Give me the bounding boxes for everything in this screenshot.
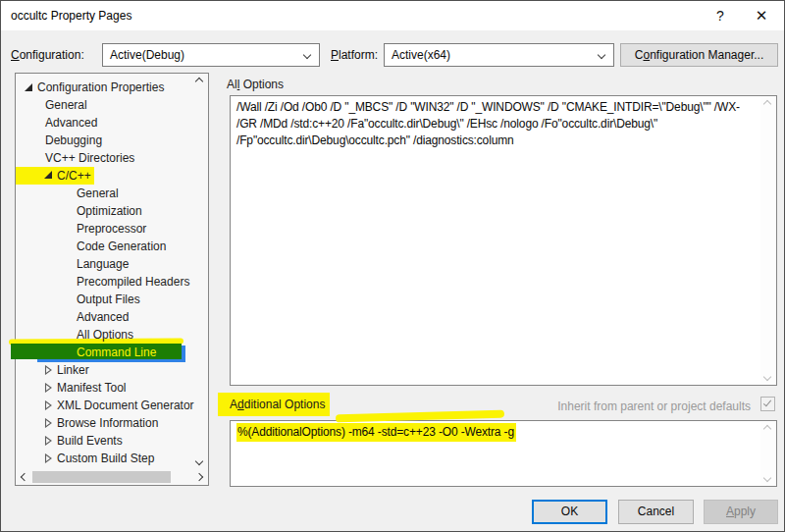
- tree-expander-collapsed-icon[interactable]: [43, 418, 53, 428]
- tree-item-label: Debugging: [45, 132, 102, 149]
- tree-item-label: C/C++: [57, 167, 91, 185]
- tree-item-label: Code Generation: [77, 238, 166, 255]
- configuration-manager-button[interactable]: Configuration Manager...: [620, 43, 778, 67]
- window-title: occultc Property Pages: [11, 9, 131, 23]
- chevron-down-icon: [303, 51, 311, 59]
- scroll-down-icon[interactable]: [763, 373, 771, 381]
- tree-item-code-generation[interactable]: Code Generation: [16, 238, 191, 255]
- inherit-defaults-checkbox[interactable]: [760, 397, 775, 411]
- all-options-textbox[interactable]: /Wall /Zi /Od /Ob0 /D "_MBCS" /D "WIN32"…: [230, 95, 777, 386]
- tree-item-label: Optimization: [77, 202, 142, 220]
- tree-item-label: General: [45, 96, 87, 114]
- scroll-right-icon[interactable]: [195, 473, 203, 481]
- tree-item-label: Precompiled Headers: [77, 273, 189, 291]
- tree-expander-collapsed-icon[interactable]: [43, 383, 53, 393]
- additional-options-value: %(AdditionalOptions) -m64 -std=c++23 -O0…: [236, 423, 516, 442]
- scroll-up-icon[interactable]: [763, 100, 771, 108]
- tree-item-label: Manifest Tool: [57, 379, 126, 397]
- scroll-left-icon[interactable]: [21, 473, 28, 481]
- tree-item-browse-information[interactable]: Browse Information: [16, 414, 191, 432]
- tree-item-general[interactable]: General: [16, 96, 191, 114]
- platform-dropdown[interactable]: Active(x64): [384, 43, 614, 67]
- additional-options-textbox[interactable]: %(AdditionalOptions) -m64 -std=c++23 -O0…: [230, 420, 777, 487]
- tree-item-preprocessor[interactable]: Preprocessor: [16, 220, 191, 238]
- tree-expander-expanded-icon[interactable]: [43, 171, 53, 180]
- tree-item-c-c[interactable]: C/C++: [16, 167, 191, 185]
- apply-button[interactable]: Apply: [704, 500, 778, 524]
- tree-item-label: Configuration Properties: [37, 79, 164, 96]
- platform-label: Platform:: [331, 48, 378, 62]
- tree-item-configuration-properties[interactable]: Configuration Properties: [16, 79, 191, 96]
- tree-expander-collapsed-icon[interactable]: [43, 365, 53, 375]
- help-icon[interactable]: ?: [704, 1, 737, 30]
- close-icon[interactable]: ✕: [745, 1, 778, 30]
- tree-item-debugging[interactable]: Debugging: [16, 132, 191, 149]
- ok-button[interactable]: OK: [532, 500, 607, 524]
- tree-item-label: Build Events: [57, 432, 123, 450]
- tree-item-label: Advanced: [45, 114, 97, 132]
- all-options-text: /Wall /Zi /Od /Ob0 /D "_MBCS" /D "WIN32"…: [231, 96, 759, 385]
- tree-item-xml-document-generator[interactable]: XML Document Generator: [16, 397, 191, 414]
- tree-horizontal-scrollbar[interactable]: [16, 469, 208, 485]
- property-pages-dialog: occultc Property Pages ? ✕ Configuration…: [0, 0, 785, 532]
- tree-item-linker[interactable]: Linker: [16, 361, 191, 379]
- cancel-button[interactable]: Cancel: [618, 500, 694, 524]
- additional-options-scrollbar[interactable]: [760, 421, 776, 486]
- configuration-dropdown[interactable]: Active(Debug): [102, 43, 320, 67]
- tree-item-label: VC++ Directories: [45, 149, 134, 167]
- tree-item-advanced[interactable]: Advanced: [16, 114, 191, 132]
- configuration-value: Active(Debug): [110, 48, 184, 62]
- tree-item-label: XML Document Generator: [57, 397, 194, 414]
- configuration-label: Configuration:: [11, 48, 84, 62]
- all-options-scrollbar[interactable]: [760, 96, 776, 385]
- tree-expander-expanded-icon[interactable]: [24, 83, 33, 92]
- tree-item-label: Custom Build Step: [57, 450, 154, 467]
- tree-item-custom-build-step[interactable]: Custom Build Step: [16, 450, 191, 467]
- tree-item-command-line[interactable]: Command Line: [16, 344, 191, 361]
- title-bar: occultc Property Pages ? ✕: [1, 1, 784, 30]
- chevron-down-icon: [598, 51, 605, 59]
- tree-item-language[interactable]: Language: [16, 255, 191, 273]
- scroll-down-icon[interactable]: [195, 457, 203, 465]
- tree-item-label: All Options: [77, 326, 133, 344]
- scroll-down-icon[interactable]: [763, 474, 771, 482]
- scroll-up-icon[interactable]: [763, 425, 771, 433]
- tree-item-label: Browse Information: [57, 414, 158, 432]
- configuration-tree-panel: Configuration PropertiesGeneralAdvancedD…: [15, 73, 209, 486]
- tree-item-label: Command Line: [77, 344, 156, 361]
- configuration-tree: Configuration PropertiesGeneralAdvancedD…: [16, 79, 191, 469]
- tree-expander-collapsed-icon[interactable]: [43, 436, 53, 446]
- tree-expander-collapsed-icon[interactable]: [43, 400, 53, 410]
- tree-item-precompiled-headers[interactable]: Precompiled Headers: [16, 273, 191, 291]
- scrollbar-thumb[interactable]: [32, 471, 171, 483]
- tree-vertical-scrollbar[interactable]: [192, 74, 208, 469]
- all-options-label: All Options: [227, 78, 284, 91]
- tree-item-optimization[interactable]: Optimization: [16, 202, 191, 220]
- tree-item-output-files[interactable]: Output Files: [16, 291, 191, 308]
- tree-item-advanced[interactable]: Advanced: [16, 308, 191, 326]
- tree-item-label: Language: [77, 255, 129, 273]
- scroll-up-icon[interactable]: [195, 78, 203, 85]
- tree-item-label: Output Files: [77, 291, 140, 308]
- additional-options-label: Additional Options: [230, 398, 325, 411]
- tree-item-label: General: [77, 185, 119, 202]
- tree-item-label: Linker: [57, 361, 89, 379]
- tree-expander-collapsed-icon[interactable]: [43, 453, 53, 463]
- tree-item-label: Preprocessor: [77, 220, 146, 238]
- tree-item-build-events[interactable]: Build Events: [16, 432, 191, 450]
- inherit-defaults-label: Inherit from parent or project defaults: [557, 399, 751, 413]
- tree-item-vc-directories[interactable]: VC++ Directories: [16, 149, 191, 167]
- tree-item-general[interactable]: General: [16, 185, 191, 202]
- tree-item-manifest-tool[interactable]: Manifest Tool: [16, 379, 191, 397]
- tree-item-label: Advanced: [77, 308, 129, 326]
- platform-value: Active(x64): [392, 48, 450, 62]
- checkmark-icon: [763, 399, 771, 407]
